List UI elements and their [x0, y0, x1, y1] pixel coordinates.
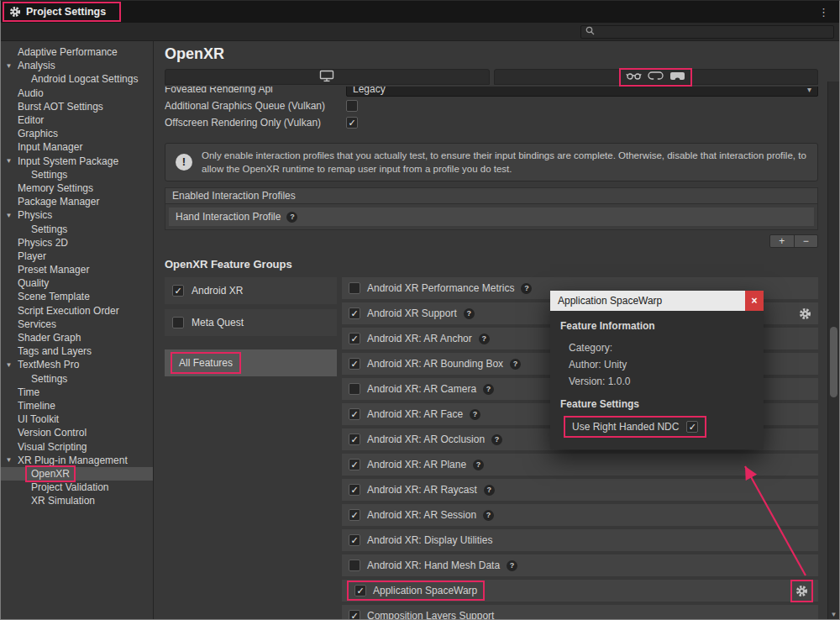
help-icon[interactable]: ?	[491, 434, 502, 445]
sidebar-item-textmesh-pro[interactable]: ▼TextMesh Pro	[1, 358, 153, 371]
sidebar-item-audio[interactable]: Audio	[1, 87, 153, 100]
sidebar-item-memory-settings[interactable]: Memory Settings	[1, 181, 153, 195]
feature-checkbox[interactable]	[349, 383, 360, 395]
sidebar-item-time[interactable]: Time	[1, 386, 153, 399]
feature-checkbox[interactable]: ✓	[349, 459, 360, 470]
help-icon[interactable]: ?	[470, 409, 480, 420]
sidebar-item-player[interactable]: Player	[1, 250, 153, 263]
sidebar-item-version-control[interactable]: Version Control	[1, 426, 153, 439]
foldout-arrow-icon[interactable]: ▼	[3, 62, 14, 70]
tab-pc[interactable]	[165, 69, 490, 85]
tab-xr[interactable]	[494, 69, 819, 85]
popup-field-version: Version: 1.0.0	[560, 373, 753, 390]
sidebar-item-analysis[interactable]: ▼Analysis	[1, 59, 153, 72]
gear-icon[interactable]	[795, 585, 808, 597]
feature-checkbox[interactable]: ✓	[349, 509, 360, 521]
foldout-arrow-icon[interactable]: ▼	[3, 456, 14, 464]
sidebar-item-openxr[interactable]: OpenXR	[1, 467, 153, 481]
foldout-arrow-icon[interactable]: ▼	[3, 212, 14, 219]
sidebar-item-graphics[interactable]: Graphics	[1, 127, 153, 140]
help-icon[interactable]: ?	[484, 485, 495, 496]
feature-group-meta-quest[interactable]: Meta Quest	[165, 309, 337, 336]
scrollbar-thumb[interactable]	[830, 327, 837, 397]
profile-row-hand-interaction-profile[interactable]: Hand Interaction Profile?	[169, 208, 814, 226]
foveated-rendering-api-dropdown[interactable]: Legacy▾	[346, 87, 818, 97]
sidebar-item-settings[interactable]: Settings	[1, 168, 153, 181]
sidebar-item-label: Time	[14, 386, 43, 398]
sidebar-item-label: Shader Graph	[14, 332, 84, 344]
kebab-menu-icon[interactable]: ⋮	[816, 6, 831, 18]
gear-icon[interactable]	[799, 307, 811, 320]
sidebar-item-timeline[interactable]: Timeline	[1, 399, 153, 412]
sidebar-item-script-execution-order[interactable]: Script Execution Order	[1, 304, 153, 318]
feature-checkbox[interactable]	[349, 560, 360, 571]
sidebar-item-package-manager[interactable]: Package Manager	[1, 195, 153, 208]
sidebar-item-visual-scripting[interactable]: Visual Scripting	[1, 439, 153, 453]
feature-settings-header: Feature Settings	[560, 398, 753, 410]
info-icon: !	[176, 154, 192, 171]
sidebar-item-physics-2d[interactable]: Physics 2D	[1, 236, 153, 250]
sidebar-item-label: UI Toolkit	[14, 413, 62, 425]
search-input[interactable]	[580, 25, 834, 39]
use-right-handed-ndc-checkbox[interactable]: ✓	[686, 421, 698, 433]
foldout-arrow-icon[interactable]: ▼	[3, 361, 14, 369]
offscreen-rendering-only-vulkan-checkbox[interactable]: ✓	[346, 117, 358, 129]
feature-toggle-group: ✓Android XR: AR Anchor	[349, 333, 472, 344]
sidebar-item-physics[interactable]: ▼Physics	[1, 208, 153, 222]
sidebar-item-ui-toolkit[interactable]: UI Toolkit	[1, 412, 153, 426]
use-right-handed-ndc-setting: Use Right Handed NDC ✓	[565, 418, 705, 436]
sidebar-item-project-validation[interactable]: Project Validation	[1, 481, 153, 494]
sidebar-item-android-logcat-settings[interactable]: Android Logcat Settings	[1, 72, 153, 86]
help-icon[interactable]: ?	[507, 560, 517, 571]
sidebar-item-settings[interactable]: Settings	[1, 372, 153, 386]
sidebar-item-label: Visual Scripting	[14, 441, 91, 453]
help-icon[interactable]: ?	[473, 460, 484, 470]
help-icon[interactable]: ?	[483, 384, 494, 395]
android-xr-checkbox[interactable]: ✓	[172, 285, 184, 297]
sidebar-item-scene-template[interactable]: Scene Template	[1, 290, 153, 303]
help-icon[interactable]: ?	[521, 283, 532, 294]
sidebar-item-adaptive-performance[interactable]: Adaptive Performance	[1, 45, 153, 59]
sidebar-item-burst-aot-settings[interactable]: Burst AOT Settings	[1, 100, 153, 113]
feature-checkbox[interactable]: ✓	[349, 534, 360, 546]
feature-checkbox[interactable]	[349, 282, 360, 294]
scrollbar-down-arrow[interactable]: ▼	[828, 611, 839, 618]
sidebar-item-services[interactable]: Services	[1, 318, 153, 331]
meta-quest-checkbox[interactable]	[172, 317, 184, 328]
sidebar-item-editor[interactable]: Editor	[1, 113, 153, 127]
sidebar-item-input-system-package[interactable]: ▼Input System Package	[1, 155, 153, 168]
help-icon[interactable]: ?	[510, 359, 521, 370]
help-icon[interactable]: ?	[479, 334, 490, 344]
feature-checkbox[interactable]: ✓	[349, 333, 360, 344]
sidebar-item-tags-and-layers[interactable]: Tags and Layers	[1, 344, 153, 358]
feature-checkbox[interactable]: ✓	[354, 585, 366, 596]
add-profile-button[interactable]: +	[770, 235, 795, 247]
sidebar-item-quality[interactable]: Quality	[1, 276, 153, 290]
foldout-arrow-icon[interactable]: ▼	[3, 157, 14, 165]
sidebar-item-settings[interactable]: Settings	[1, 222, 153, 235]
vertical-scrollbar[interactable]: ▼	[827, 81, 839, 619]
feature-checkbox[interactable]: ✓	[349, 610, 360, 619]
sidebar-item-label: Memory Settings	[14, 182, 97, 194]
feature-checkbox[interactable]: ✓	[349, 307, 360, 319]
sidebar-item-input-manager[interactable]: Input Manager	[1, 140, 153, 154]
help-icon[interactable]: ?	[483, 510, 494, 521]
titlebar: Project Settings ⋮	[1, 1, 839, 23]
feature-checkbox[interactable]: ✓	[349, 433, 360, 445]
additional-graphics-queue-vulkan-checkbox[interactable]	[346, 100, 358, 112]
remove-profile-button[interactable]: −	[795, 235, 818, 247]
sidebar-item-preset-manager[interactable]: Preset Manager	[1, 263, 153, 276]
feature-checkbox[interactable]: ✓	[349, 408, 360, 420]
sidebar-item-shader-graph[interactable]: Shader Graph	[1, 331, 153, 344]
help-icon[interactable]: ?	[286, 212, 297, 223]
sidebar-item-xr-simulation[interactable]: XR Simulation	[1, 494, 153, 507]
feature-group-all-features[interactable]: All Features	[165, 349, 337, 376]
popup-close-button[interactable]: ×	[745, 291, 764, 311]
feature-checkbox[interactable]: ✓	[349, 484, 360, 496]
feature-group-android-xr[interactable]: ✓Android XR	[165, 277, 337, 304]
sidebar-item-label: Burst AOT Settings	[14, 101, 107, 113]
help-icon[interactable]: ?	[464, 308, 475, 319]
feature-checkbox[interactable]: ✓	[349, 358, 360, 370]
sidebar-item-xr-plug-in-management[interactable]: ▼XR Plug-in Management	[1, 454, 153, 467]
feature-row-android-xr-display-utilities: ✓Android XR: Display Utilities	[342, 529, 818, 551]
